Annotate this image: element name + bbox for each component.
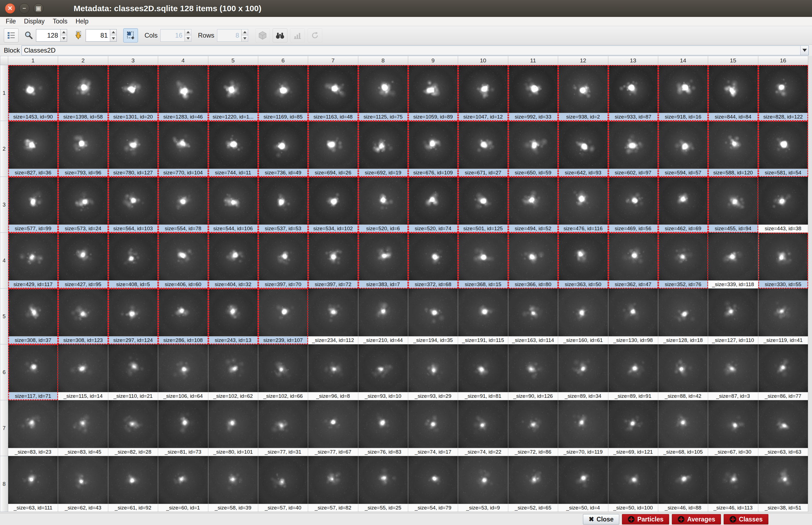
- class-cell[interactable]: size=694, id=26: [308, 121, 358, 177]
- column-header[interactable]: 16: [758, 56, 808, 65]
- class-cell[interactable]: size=1398, id=58: [58, 65, 108, 121]
- class-cell[interactable]: size=642, id=93: [558, 121, 608, 177]
- class-cell[interactable]: _size=191, id=115: [458, 288, 508, 344]
- class-cell[interactable]: _size=115, id=14: [58, 344, 108, 400]
- class-cell[interactable]: _size=52, id=65: [508, 456, 558, 512]
- class-cell[interactable]: size=455, id=94: [708, 177, 758, 232]
- class-cell[interactable]: size=577, id=99: [8, 177, 58, 232]
- block-combobox-arrow[interactable]: [800, 46, 809, 55]
- maximize-window-button[interactable]: ▣: [33, 3, 44, 14]
- class-cell[interactable]: size=581, id=54: [758, 121, 808, 177]
- class-cell[interactable]: _size=58, id=39: [208, 456, 258, 512]
- class-cell[interactable]: _size=62, id=43: [58, 456, 108, 512]
- menu-tools[interactable]: Tools: [48, 17, 71, 26]
- class-cell[interactable]: _size=55, id=25: [358, 456, 408, 512]
- class-cell[interactable]: size=650, id=59: [508, 121, 558, 177]
- zoom-up-button[interactable]: [60, 29, 67, 36]
- class-cell[interactable]: _size=54, id=79: [408, 456, 458, 512]
- class-cell[interactable]: size=1163, id=48: [308, 65, 358, 121]
- class-cell[interactable]: size=1283, id=46: [158, 65, 208, 121]
- class-cell[interactable]: _size=86, id=77: [758, 344, 808, 400]
- column-header[interactable]: 5: [208, 56, 258, 65]
- class-cell[interactable]: _size=46, id=88: [658, 456, 708, 512]
- class-cell[interactable]: _size=128, id=18: [658, 288, 708, 344]
- close-window-button[interactable]: ✕: [5, 3, 15, 14]
- class-cell[interactable]: _size=90, id=126: [508, 344, 558, 400]
- zoom-down-button[interactable]: [60, 35, 67, 41]
- class-cell[interactable]: size=494, id=52: [508, 177, 558, 232]
- class-cell[interactable]: size=366, id=80: [508, 232, 558, 288]
- class-cell[interactable]: size=239, id=107: [258, 288, 308, 344]
- class-cell[interactable]: _size=82, id=28: [108, 400, 158, 456]
- goto-down-button[interactable]: [110, 35, 116, 41]
- class-cell[interactable]: size=404, id=32: [208, 232, 258, 288]
- class-cell[interactable]: _size=81, id=73: [158, 400, 208, 456]
- class-cell[interactable]: _size=57, id=82: [308, 456, 358, 512]
- row-header[interactable]: 4: [0, 232, 8, 288]
- class-cell[interactable]: size=362, id=47: [608, 232, 658, 288]
- find-button[interactable]: [273, 28, 287, 43]
- class-cell[interactable]: _size=339, id=118: [708, 232, 758, 288]
- class-cell[interactable]: size=828, id=122: [758, 65, 808, 121]
- class-cell[interactable]: _size=38, id=51: [758, 456, 808, 512]
- column-header[interactable]: 8: [358, 56, 408, 65]
- class-cell[interactable]: size=243, id=13: [208, 288, 258, 344]
- class-cell[interactable]: size=363, id=50: [558, 232, 608, 288]
- class-cell[interactable]: _size=89, id=34: [558, 344, 608, 400]
- class-cell[interactable]: size=938, id=2: [558, 65, 608, 121]
- class-cell[interactable]: _size=210, id=44: [358, 288, 408, 344]
- class-cell[interactable]: _size=63, id=111: [8, 456, 58, 512]
- class-cell[interactable]: _size=68, id=105: [658, 400, 708, 456]
- class-cell[interactable]: size=588, id=120: [708, 121, 758, 177]
- class-cell[interactable]: size=692, id=19: [358, 121, 408, 177]
- column-header[interactable]: 9: [408, 56, 458, 65]
- column-header[interactable]: 2: [58, 56, 108, 65]
- class-cell[interactable]: size=544, id=106: [208, 177, 258, 232]
- class-cell[interactable]: size=117, id=71: [8, 344, 58, 400]
- column-header[interactable]: 6: [258, 56, 308, 65]
- class-cell[interactable]: size=780, id=127: [108, 121, 158, 177]
- class-cell[interactable]: size=427, id=95: [58, 232, 108, 288]
- row-header[interactable]: 7: [0, 400, 8, 456]
- class-cell[interactable]: size=469, id=56: [608, 177, 658, 232]
- class-cell[interactable]: size=352, id=76: [658, 232, 708, 288]
- class-cell[interactable]: size=308, id=123: [58, 288, 108, 344]
- column-header[interactable]: 1: [8, 56, 58, 65]
- class-cell[interactable]: size=602, id=97: [608, 121, 658, 177]
- row-header[interactable]: 6: [0, 344, 8, 400]
- class-cell[interactable]: size=372, id=68: [408, 232, 458, 288]
- class-cell[interactable]: size=520, id=74: [408, 177, 458, 232]
- class-cell[interactable]: size=827, id=36: [8, 121, 58, 177]
- class-cell[interactable]: _size=46, id=113: [708, 456, 758, 512]
- column-header[interactable]: 13: [608, 56, 658, 65]
- auto-adjust-toggle[interactable]: [123, 28, 138, 43]
- class-cell[interactable]: size=744, id=11: [208, 121, 258, 177]
- class-cell[interactable]: size=844, id=84: [708, 65, 758, 121]
- class-cell[interactable]: _size=83, id=23: [8, 400, 58, 456]
- row-header[interactable]: 3: [0, 177, 8, 232]
- class-cell[interactable]: size=476, id=116: [558, 177, 608, 232]
- class-cell[interactable]: size=573, id=24: [58, 177, 108, 232]
- class-cell[interactable]: size=554, id=78: [158, 177, 208, 232]
- class-cell[interactable]: _size=83, id=45: [58, 400, 108, 456]
- class-cell[interactable]: size=397, id=70: [258, 232, 308, 288]
- class-cell[interactable]: size=406, id=60: [158, 232, 208, 288]
- class-cell[interactable]: size=736, id=49: [258, 121, 308, 177]
- goto-spinner[interactable]: 81: [86, 29, 117, 42]
- row-header[interactable]: 1: [0, 65, 8, 121]
- menu-file[interactable]: File: [2, 17, 20, 26]
- class-cell[interactable]: size=330, id=55: [758, 232, 808, 288]
- class-cell[interactable]: size=534, id=102: [308, 177, 358, 232]
- class-cell[interactable]: _size=130, id=98: [608, 288, 658, 344]
- class-cell[interactable]: _size=93, id=10: [358, 344, 408, 400]
- class-cell[interactable]: size=1059, id=89: [408, 65, 458, 121]
- class-cell[interactable]: _size=77, id=31: [258, 400, 308, 456]
- class-cell[interactable]: size=297, id=124: [108, 288, 158, 344]
- class-cell[interactable]: size=793, id=96: [58, 121, 108, 177]
- class-cell[interactable]: _size=88, id=42: [658, 344, 708, 400]
- class-cell[interactable]: size=462, id=69: [658, 177, 708, 232]
- column-header[interactable]: 15: [708, 56, 758, 65]
- column-header[interactable]: 12: [558, 56, 608, 65]
- class-cell[interactable]: _size=102, id=62: [208, 344, 258, 400]
- class-cell[interactable]: size=537, id=53: [258, 177, 308, 232]
